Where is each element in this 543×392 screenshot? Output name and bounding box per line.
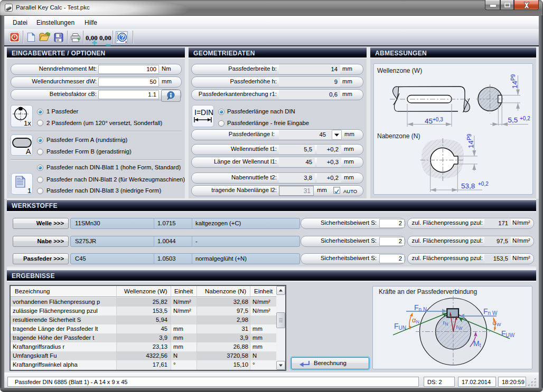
svg-text:A: A	[26, 147, 31, 155]
svg-text:αW: αW	[493, 319, 502, 327]
svg-text:1x: 1x	[24, 119, 31, 127]
svg-text:+0,2: +0,2	[478, 181, 489, 187]
svg-text:14P9: 14P9	[510, 74, 519, 89]
svg-text:+0,2: +0,2	[520, 116, 530, 121]
svg-text:αN: αN	[412, 316, 419, 324]
svg-text:5,5: 5,5	[508, 116, 518, 124]
svg-text:1: 1	[27, 187, 31, 194]
svg-text:I=DIN: I=DIN	[194, 108, 213, 117]
svg-text:FUW: FUW	[501, 329, 515, 338]
svg-text:14P9: 14P9	[466, 133, 475, 148]
svg-text:Wellenzone (W): Wellenzone (W)	[377, 67, 422, 74]
svg-text:Kräfte an der Passfederverbind: Kräfte an der Passfederverbindung	[379, 288, 477, 295]
svg-text:45+0,3: 45+0,3	[425, 117, 443, 125]
svg-text:Fn N: Fn N	[414, 303, 427, 312]
svg-text:53,8: 53,8	[461, 182, 475, 190]
svg-text:FUN: FUN	[394, 322, 406, 331]
svg-text:Nabenzone (N): Nabenzone (N)	[377, 132, 420, 140]
svg-text:Fn W: Fn W	[483, 307, 498, 316]
svg-text:?: ?	[120, 34, 124, 41]
